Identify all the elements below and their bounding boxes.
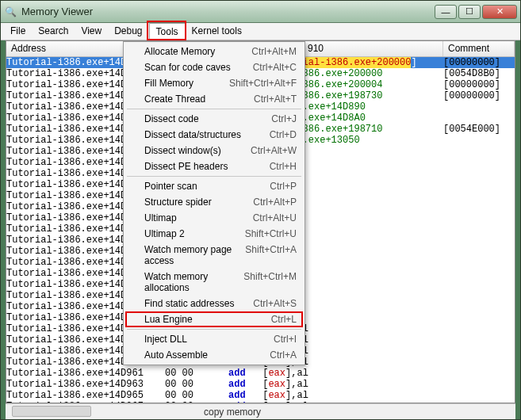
row-comment (443, 390, 515, 401)
menu-item-shortcut: Ctrl+H (270, 161, 297, 172)
row-comment (443, 135, 515, 146)
menubar: FileSearchViewDebugToolsKernel tools (1, 23, 520, 40)
row-comment (443, 357, 515, 368)
menu-item-label: Dissect code (144, 113, 271, 124)
menu-item-ultimap-2[interactable]: Ultimap 2Shift+Ctrl+U (125, 226, 303, 242)
disasm-row[interactable]: Tutorial-i386.exe+14D96300 00add [eax],a… (6, 379, 515, 390)
menu-tools[interactable]: Tools (149, 23, 186, 40)
menu-item-shortcut: Shift+Ctrl+M (243, 271, 297, 293)
menu-item-label: Pointer scan (144, 181, 270, 192)
row-comment (443, 279, 515, 290)
row-comment: [00000000] (443, 79, 515, 90)
row-opcode: add [eax],al (228, 390, 443, 401)
menu-item-allocate-memory[interactable]: Allocate MemoryCtrl+Alt+M (125, 44, 303, 59)
row-comment (443, 190, 515, 201)
statusbar: copy memory (6, 403, 515, 419)
menu-item-shortcut: Shift+Ctrl+Alt+F (229, 78, 297, 89)
row-opcode: add [eax],al (228, 368, 443, 379)
menu-item-structure-spider[interactable]: Structure spiderCtrl+Alt+P (125, 194, 303, 210)
menu-item-label: Ultimap 2 (144, 228, 245, 239)
row-comment (443, 223, 515, 235)
menu-item-shortcut: Ctrl+Alt+U (253, 212, 297, 223)
menu-separator (127, 176, 301, 177)
menu-item-shortcut: Ctrl+Alt+W (251, 145, 297, 156)
disassembly-pane: Address 910 Comment Tutorial-i386.exe+14… (6, 40, 515, 403)
row-comment (443, 368, 515, 379)
menu-item-inject-dll[interactable]: Inject DLLCtrl+I (125, 331, 303, 347)
menu-item-label: Lua Engine (144, 314, 271, 325)
col-opcode[interactable]: 910 (303, 41, 443, 56)
menu-item-label: Create Thread (144, 94, 254, 105)
menu-item-shortcut: Ctrl+A (270, 349, 297, 361)
menu-item-watch-memory-page-access[interactable]: Watch memory page accessShift+Ctrl+A (125, 242, 303, 269)
row-bytes: 00 00 (165, 368, 228, 379)
menu-separator (127, 329, 301, 330)
menu-item-shortcut: Ctrl+D (270, 129, 297, 140)
row-opcode: add [eax],al (228, 379, 443, 390)
menu-item-pointer-scan[interactable]: Pointer scanCtrl+P (125, 178, 303, 194)
menu-item-shortcut: Ctrl+I (274, 334, 297, 345)
col-comment[interactable]: Comment (443, 41, 515, 56)
row-bytes: 00 00 (165, 390, 228, 401)
window-controls: — ☐ ✕ (435, 5, 517, 19)
row-comment (443, 268, 515, 279)
row-comment (443, 168, 515, 179)
menu-item-scan-for-code-caves[interactable]: Scan for code cavesCtrl+Alt+C (125, 59, 303, 75)
menu-item-ultimap[interactable]: UltimapCtrl+Alt+U (125, 210, 303, 226)
menu-item-label: Find static addresses (144, 298, 253, 309)
row-address: Tutorial-i386.exe+14D965 (6, 390, 165, 401)
row-address: Tutorial-i386.exe+14D963 (6, 379, 165, 390)
row-comment (443, 212, 515, 223)
menu-item-find-static-addresses[interactable]: Find static addressesCtrl+Alt+S (125, 296, 303, 311)
menu-item-dissect-data-structures[interactable]: Dissect data/structuresCtrl+D (125, 127, 303, 143)
menu-item-label: Watch memory page access (144, 244, 245, 266)
row-comment: [0054D8B0] (443, 68, 515, 79)
menu-file[interactable]: File (4, 23, 32, 40)
row-comment (443, 379, 515, 390)
disasm-row[interactable]: Tutorial-i386.exe+14D96100 00add [eax],a… (6, 368, 515, 379)
menu-item-dissect-pe-headers[interactable]: Dissect PE headersCtrl+H (125, 158, 303, 174)
row-bytes: 00 00 (165, 379, 228, 390)
disasm-row[interactable]: Tutorial-i386.exe+14D96500 00add [eax],a… (6, 390, 515, 401)
row-comment (443, 201, 515, 212)
menu-item-label: Scan for code caves (144, 62, 253, 73)
menu-item-shortcut: Ctrl+L (271, 314, 297, 325)
row-comment (443, 235, 515, 246)
menu-item-shortcut: Ctrl+Alt+C (253, 62, 297, 73)
menu-item-dissect-window-s-[interactable]: Dissect window(s)Ctrl+Alt+W (125, 143, 303, 158)
menu-item-label: Fill Memory (144, 78, 229, 89)
window-titlebar: 🔍 Memory Viewer — ☐ ✕ (1, 1, 520, 23)
menu-item-auto-assemble[interactable]: Auto AssembleCtrl+A (125, 347, 303, 363)
menu-item-dissect-code[interactable]: Dissect codeCtrl+J (125, 111, 303, 127)
close-button[interactable]: ✕ (482, 5, 517, 19)
status-text: copy memory (204, 407, 261, 418)
horizontal-scrollbar-thumb[interactable] (12, 406, 91, 417)
menu-debug[interactable]: Debug (108, 23, 148, 40)
menu-item-lua-engine[interactable]: Lua EngineCtrl+L (125, 311, 303, 327)
row-comment (443, 246, 515, 257)
menu-view[interactable]: View (75, 23, 108, 40)
menu-separator (127, 109, 301, 109)
menu-search[interactable]: Search (32, 23, 75, 40)
row-comment (443, 334, 515, 346)
menu-item-shortcut: Ctrl+Alt+M (251, 46, 297, 57)
menu-item-label: Dissect window(s) (144, 145, 251, 156)
minimize-button[interactable]: — (435, 5, 457, 19)
menu-item-create-thread[interactable]: Create ThreadCtrl+Alt+T (125, 91, 303, 107)
menu-item-shortcut: Ctrl+P (270, 181, 297, 192)
row-comment: [0054E000] (443, 124, 515, 135)
menu-item-label: Auto Assemble (144, 349, 270, 361)
menu-item-shortcut: Ctrl+Alt+P (253, 197, 297, 208)
menu-kernel-tools[interactable]: Kernel tools (186, 23, 248, 40)
menu-item-watch-memory-allocations[interactable]: Watch memory allocationsShift+Ctrl+M (125, 269, 303, 296)
maximize-button[interactable]: ☐ (458, 5, 481, 19)
row-comment (443, 257, 515, 268)
tools-menu: Allocate MemoryCtrl+Alt+MScan for code c… (123, 41, 305, 365)
menu-item-shortcut: Shift+Ctrl+A (245, 244, 297, 266)
menu-item-label: Structure spider (144, 197, 253, 208)
row-comment (443, 113, 515, 124)
row-comment (443, 101, 515, 113)
menu-item-shortcut: Ctrl+Alt+S (253, 298, 297, 309)
menu-item-fill-memory[interactable]: Fill MemoryShift+Ctrl+Alt+F (125, 75, 303, 91)
row-comment: [00000000] (443, 90, 515, 101)
